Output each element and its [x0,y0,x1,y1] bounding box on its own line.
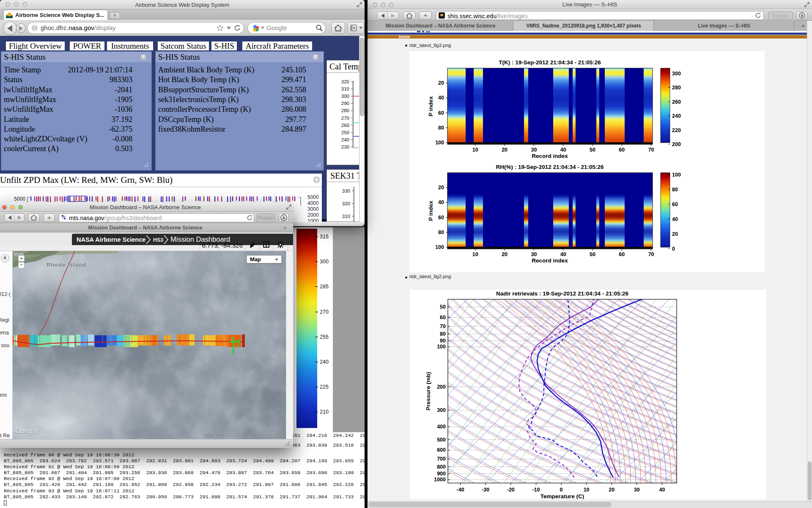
svg-text:Record index: Record index [532,153,568,159]
svg-text:70: 70 [440,323,446,329]
svg-text:60: 60 [619,251,625,257]
svg-text:100: 100 [672,172,681,178]
svg-text:-30: -30 [482,487,489,493]
svg-text:315: 315 [320,234,329,240]
svg-text:80: 80 [438,229,444,235]
svg-text:300: 300 [341,94,349,99]
svg-text:270: 270 [320,309,329,315]
svg-text:310: 310 [342,214,350,219]
svg-text:300: 300 [320,259,329,265]
svg-text:20: 20 [502,251,508,257]
svg-text:500: 500 [437,437,446,443]
svg-text:300: 300 [672,71,681,77]
svg-text:80: 80 [440,331,446,337]
svg-text:230: 230 [341,144,349,149]
svg-text:40: 40 [438,199,444,205]
svg-text:60: 60 [440,315,446,320]
svg-text:60: 60 [438,110,444,116]
svg-text:40: 40 [560,251,566,257]
svg-text:10: 10 [472,147,478,153]
svg-text:30: 30 [531,251,537,257]
svg-text:400: 400 [437,424,446,430]
svg-text:330: 330 [342,188,350,193]
svg-text:10: 10 [472,251,478,257]
svg-text:80: 80 [672,187,678,193]
svg-text:20: 20 [609,487,614,493]
svg-text:3000: 3000 [307,206,319,212]
svg-text:1000: 1000 [307,218,319,222]
svg-text:20: 20 [438,185,444,190]
svg-text:1000: 1000 [434,477,446,483]
svg-text:280: 280 [341,108,349,113]
svg-text:Nadir retrievals : 19-Sep-2012: Nadir retrievals : 19-Sep-2012 21:04:34 … [496,290,628,297]
svg-text:40: 40 [659,487,665,493]
svg-text:T(K) : 19-Sep-2012 21:04:34 -: T(K) : 19-Sep-2012 21:04:34 - 21:05:26 [499,59,601,66]
svg-text:320: 320 [342,201,350,206]
svg-text:-10: -10 [532,487,540,493]
svg-text:270: 270 [341,116,349,121]
svg-text:2000: 2000 [307,212,319,218]
svg-text:90: 90 [440,338,446,344]
svg-text:220: 220 [672,127,681,133]
svg-text:5000: 5000 [307,194,319,200]
svg-text:210: 210 [320,409,329,415]
svg-text:40: 40 [438,95,444,101]
svg-text:285: 285 [320,284,329,290]
svg-text:200: 200 [437,384,446,390]
svg-text:700: 700 [437,456,446,462]
svg-text:P index: P index [428,96,434,116]
svg-text:70: 70 [648,147,654,153]
svg-text:280: 280 [672,85,681,91]
svg-text:310: 310 [341,86,349,91]
svg-text:20: 20 [438,80,444,86]
svg-text:P index: P index [428,201,434,221]
svg-text:290: 290 [341,101,349,106]
svg-text:60: 60 [438,215,444,221]
svg-text:800: 800 [437,464,446,470]
svg-text:80: 80 [438,125,444,131]
svg-text:40: 40 [560,147,566,153]
svg-text:300: 300 [437,407,446,413]
svg-text:-20: -20 [507,487,515,493]
svg-text:Pressure (mb): Pressure (mb) [425,372,431,411]
svg-text:50: 50 [590,147,595,153]
svg-text:225: 225 [320,384,329,390]
svg-text:4000: 4000 [307,200,319,206]
svg-text:20: 20 [672,231,678,237]
svg-text:60: 60 [672,202,678,207]
svg-text:255: 255 [320,334,329,340]
svg-text:50: 50 [440,304,446,310]
svg-text:60: 60 [619,147,625,153]
svg-text:900: 900 [437,471,446,477]
svg-text:240: 240 [672,113,681,119]
svg-text:Temperature (C): Temperature (C) [540,493,584,499]
svg-text:-40: -40 [457,487,464,493]
svg-text:40: 40 [672,216,678,222]
svg-text:20: 20 [502,147,508,153]
svg-text:100: 100 [435,140,444,146]
svg-text:240: 240 [320,359,329,365]
svg-text:260: 260 [341,123,349,128]
svg-text:RH(%) : 19-Sep-2012 21:04:34 -: RH(%) : 19-Sep-2012 21:04:34 - 21:05:26 [496,164,604,170]
svg-text:100: 100 [435,244,444,250]
svg-text:320: 320 [341,79,349,84]
svg-text:0: 0 [560,487,563,493]
svg-text:Record index: Record index [532,257,568,264]
svg-text:30: 30 [531,147,537,153]
svg-text:0: 0 [672,246,675,252]
svg-text:5000: 5000 [14,196,25,202]
svg-text:600: 600 [437,447,446,453]
svg-text:70: 70 [648,251,654,257]
svg-text:200: 200 [672,141,681,147]
svg-text:50: 50 [590,251,595,257]
svg-text:240: 240 [341,137,349,142]
svg-text:250: 250 [341,130,349,135]
svg-text:10: 10 [584,487,590,493]
svg-text:100: 100 [437,344,446,350]
svg-text:260: 260 [672,99,681,105]
svg-text:30: 30 [634,487,640,493]
